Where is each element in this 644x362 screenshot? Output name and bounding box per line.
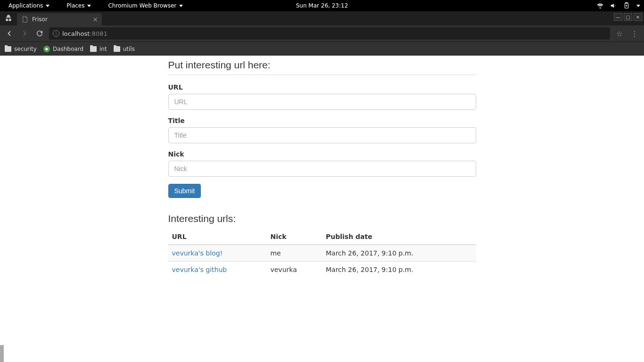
browser-toolbar: i localhost:8081 ☆ ⋮ [0,25,644,41]
back-button[interactable] [4,28,15,39]
window-minimize-button[interactable]: — [614,13,622,21]
window-maximize-button[interactable]: ▢ [624,13,632,21]
list-heading: Interesting urls: [168,213,476,224]
url-label: URL [168,83,476,91]
url-port: :8081 [90,30,107,37]
bookmark-dashboard[interactable]: ● Dashboard [43,46,83,52]
clock[interactable]: Sun Mar 26, 23:12 [296,2,348,9]
svg-rect-1 [626,2,627,3]
site-info-icon[interactable]: i [53,30,59,37]
submit-button[interactable]: Submit [168,184,201,198]
caret-down-icon [87,5,91,7]
address-bar[interactable]: i localhost:8081 [49,27,610,40]
tab-close-button[interactable]: × [92,16,98,23]
incognito-icon [0,11,17,25]
page-viewport: Put interesting url here: URL Title Nick… [0,56,644,362]
bookmark-security[interactable]: security [5,46,37,52]
battery-icon[interactable] [623,2,630,9]
bookmark-label: Dashboard [53,46,83,52]
caret-down-icon [179,5,183,7]
nick-input[interactable] [168,161,476,177]
nick-label: Nick [168,150,476,158]
row-nick: me [266,245,322,262]
dashboard-icon: ● [43,46,50,52]
forward-button[interactable] [19,28,30,39]
bookmark-label: security [14,46,37,52]
url-host: localhost [62,30,90,37]
active-app-menu[interactable]: Chromium Web Browser [99,2,191,9]
table-row: vevurka's blog! me March 26, 2017, 9:10 … [168,245,476,262]
wifi-icon[interactable] [597,2,603,9]
url-input[interactable] [168,94,476,110]
tab-title: Frisor [32,16,48,23]
folder-icon [90,46,97,52]
browser-window: Frisor × — ▢ ✕ i localhost:8081 ☆ ⋮ secu… [0,11,644,56]
col-date: Publish date [322,229,476,245]
row-date: March 26, 2017, 9:10 p.m. [322,245,476,262]
active-app-label: Chromium Web Browser [108,2,176,9]
bookmark-label: int [99,46,107,52]
urls-table: URL Nick Publish date vevurka's blog! me… [168,229,476,278]
title-label: Title [168,117,476,124]
form-heading: Put interesting url here: [168,59,476,75]
reload-button[interactable] [34,28,45,39]
tab-strip: Frisor × — ▢ ✕ [0,11,644,25]
scrollbar-thumb[interactable] [0,345,4,362]
applications-menu[interactable]: Applications [0,2,58,9]
title-input[interactable] [168,127,476,143]
places-menu[interactable]: Places [58,2,99,9]
bookmark-int[interactable]: int [90,46,107,52]
bookmark-label: utils [123,46,135,52]
folder-icon [5,46,11,52]
system-menu-caret-icon[interactable] [636,5,640,7]
bookmark-star-button[interactable]: ☆ [614,28,625,39]
url-link[interactable]: vevurka's github [172,266,227,273]
window-close-button[interactable]: ✕ [634,13,642,21]
browser-menu-button[interactable]: ⋮ [629,28,640,39]
volume-icon[interactable] [610,2,617,9]
col-url: URL [168,229,267,245]
browser-tab[interactable]: Frisor × [17,13,102,25]
folder-icon [114,46,120,52]
url-link[interactable]: vevurka's blog! [172,249,223,257]
row-nick: vevurka [266,262,322,278]
gnome-top-bar: Applications Places Chromium Web Browser… [0,0,644,11]
places-label: Places [66,2,84,9]
bookmark-utils[interactable]: utils [114,46,135,52]
file-icon [22,16,28,23]
applications-label: Applications [8,2,43,9]
caret-down-icon [46,5,50,7]
col-nick: Nick [266,229,322,245]
row-date: March 26, 2017, 9:10 p.m. [322,262,476,278]
table-row: vevurka's github vevurka March 26, 2017,… [168,262,476,278]
bookmarks-bar: security ● Dashboard int utils [0,41,644,56]
